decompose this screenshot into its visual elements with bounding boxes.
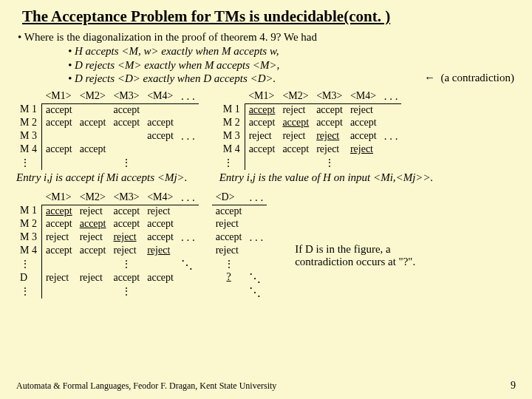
- contradiction-note: ← (a contradiction): [424, 71, 514, 84]
- table-b-caption: Entry i,j is the value of H on input <Mi…: [219, 171, 434, 184]
- table-a: <M1><M2> <M3><M4> . . . M 1 accept accep…: [16, 90, 199, 170]
- table-a-caption: Entry i,j is accept if Mi accepts <Mj>.: [16, 171, 199, 184]
- bullet-1: • H accepts <M, w> exactly when M accept…: [68, 44, 516, 58]
- bullet-lead: • Where is the diagonalization in the pr…: [18, 30, 516, 44]
- table-b-block: <M1><M2> <M3><M4> . . . M 1 acceptreject…: [219, 90, 434, 184]
- table-d: <D>. . . accept reject accept. . . rejec…: [212, 191, 267, 299]
- contradiction-text: (a contradiction): [440, 72, 514, 83]
- figure-note: If D is in the figure, a contradiction o…: [295, 243, 428, 268]
- page-number: 9: [511, 380, 516, 392]
- table-a-block: <M1><M2> <M3><M4> . . . M 1 accept accep…: [16, 90, 199, 184]
- bullet-2: • D rejects <M> exactly when M accepts <…: [68, 58, 516, 72]
- slide-title: The Acceptance Problem for TMs is undeci…: [22, 7, 516, 26]
- table-c: <M1><M2> <M3><M4> . . . M 1 acceptreject…: [16, 191, 199, 299]
- footer-text: Automata & Formal Languages, Feodor F. D…: [16, 381, 276, 392]
- table-b: <M1><M2> <M3><M4> . . . M 1 acceptreject…: [219, 90, 402, 170]
- arrow-left-icon: ←: [424, 71, 435, 83]
